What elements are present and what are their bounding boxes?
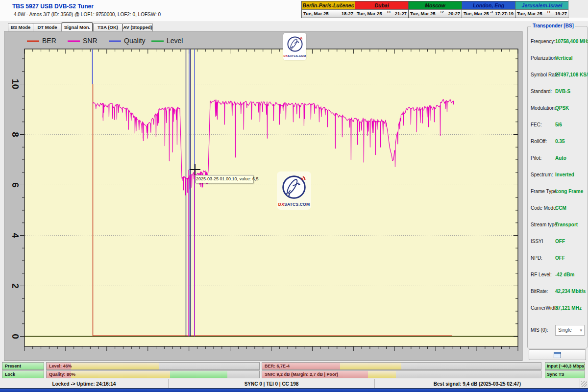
field-value: Auto bbox=[555, 155, 566, 161]
top-right-corner bbox=[568, 0, 588, 18]
field-label: Code Mode: bbox=[531, 205, 557, 211]
window-top-bar: TBS 5927 USB DVB-S2 Tuner 4.0W - Amos 3/… bbox=[0, 0, 588, 22]
chevron-down-icon: ▾ bbox=[580, 325, 582, 335]
field-standard-: Standard: DVB-S bbox=[528, 89, 587, 96]
bottom-taskbar-edge bbox=[0, 388, 588, 392]
tab-signal-mon-[interactable]: Signal Mon. bbox=[62, 23, 93, 32]
field-value: Inverted bbox=[555, 172, 574, 177]
y-tick-label: 8 bbox=[10, 132, 21, 137]
field-value: 5/6 bbox=[555, 122, 562, 127]
present-indicator: Present bbox=[2, 362, 44, 370]
y-tick-label: 4 bbox=[10, 233, 21, 238]
mis-dropdown[interactable]: Single ▾ bbox=[555, 325, 585, 336]
transponder-groupbox: Transponder [BS] Frequency: 10758,400 MH… bbox=[527, 26, 588, 348]
clock-berlin-paris-lu-enec: Berlin-Paris-Lučenec Tue, Mar 2518:27 bbox=[302, 1, 355, 18]
legend-level: Level bbox=[167, 37, 183, 45]
dxsatcs-watermark-top: DXSATCS.COM bbox=[283, 33, 306, 60]
clock-time: Tue, Mar 25+220:27 bbox=[409, 9, 462, 18]
clock-time: Tue, Mar 25+321:27 bbox=[355, 9, 408, 18]
satellite-dish-logo-icon bbox=[281, 174, 307, 202]
snr-label: SNR: 9,2 dB (Margin: 2,7 dB | Poor) bbox=[265, 371, 338, 378]
field-symbol-rate-: Symbol Rate: 27497,108 KS/s bbox=[528, 72, 587, 79]
legend-ber: BER bbox=[42, 37, 56, 45]
field-value: 42,234 Mbit/s bbox=[555, 289, 586, 294]
export-button[interactable] bbox=[529, 349, 586, 360]
level-label: Level: 46% bbox=[49, 363, 72, 369]
ber-label: BER: 6,7E-4 bbox=[265, 363, 290, 369]
field-label: Spectrum: bbox=[531, 172, 553, 177]
field-carrierwidth-: CarrierWidth: 37,121 MHz bbox=[528, 305, 587, 312]
satellite-dish-icon bbox=[287, 36, 303, 52]
field-issyi: ISSYI OFF bbox=[528, 239, 587, 245]
signal-monitor-chart[interactable]: BERSNRQualityLevel0246810 bbox=[4, 31, 523, 361]
tab-av-stopped-[interactable]: AV (Stopped) bbox=[122, 23, 153, 32]
mis-row: MIS (0): Single ▾ bbox=[528, 325, 587, 336]
sync-ts-label: Sync TS bbox=[547, 371, 564, 378]
clock-london-eng: London, Eng Tue, Mar 25-117:27:19 bbox=[462, 1, 515, 18]
ber-gauge: BER: 6,7E-4 bbox=[262, 362, 541, 370]
dxsatcs-watermark-center: DXSATCS.COM bbox=[277, 172, 311, 210]
quality-gauge: Quality: 80% bbox=[46, 370, 260, 378]
save-table-icon bbox=[554, 352, 561, 358]
lock-label: Lock bbox=[5, 371, 15, 378]
clock-moscow: Moscow Tue, Mar 25+220:27 bbox=[409, 1, 462, 18]
field-value: Long Frame bbox=[555, 189, 583, 194]
world-clocks-panel: Berlin-Paris-Lučenec Tue, Mar 2518:27Dub… bbox=[301, 1, 569, 18]
field-value: 0.35 bbox=[555, 139, 564, 144]
field-pilot-: Pilot: Auto bbox=[528, 155, 587, 162]
input-indicator: Input (~40,3 Mbps) bbox=[545, 362, 585, 370]
best-signal-status: Best signal: 9,4 dB (2025-03-25 02:47) bbox=[375, 379, 580, 389]
field-rf-level-: RF Level: -42 dBm bbox=[528, 272, 587, 279]
uptime-status: Locked -> Uptime: 24:16:14 bbox=[0, 379, 169, 389]
legend-quality: Quality bbox=[124, 37, 146, 45]
field-value: 37,121 MHz bbox=[555, 305, 582, 311]
clock-city: Jerusalem-Israel bbox=[515, 1, 568, 9]
satellite-dish-icon bbox=[281, 174, 307, 200]
y-tick-label: 2 bbox=[10, 283, 21, 289]
field-polarization-: Polarization: Vertical bbox=[528, 55, 587, 62]
present-label: Present bbox=[5, 363, 21, 369]
field-value: Transport bbox=[555, 222, 578, 227]
field-rolloff-: RollOff: 0.35 bbox=[528, 139, 587, 146]
clock-city: Moscow bbox=[409, 1, 462, 9]
sync-tei-cc-status: SYNC 0 | TEI 0 | CC 198 bbox=[169, 379, 375, 389]
resize-grip[interactable] bbox=[581, 381, 587, 387]
lock-indicator: Lock bbox=[2, 370, 44, 378]
field-label: Pilot: bbox=[531, 155, 541, 161]
legend-snr: SNR bbox=[83, 37, 98, 45]
clock-city: Berlin-Paris-Lučenec bbox=[302, 1, 355, 9]
tab-bs-mode[interactable]: BS Mode bbox=[8, 23, 33, 32]
app-title: TBS 5927 USB DVB-S2 Tuner bbox=[12, 3, 94, 10]
satellite-dish-logo-icon bbox=[287, 36, 303, 54]
field-value: 27497,108 KS/s bbox=[555, 72, 588, 77]
quality-label: Quality: 80% bbox=[49, 371, 75, 378]
field-stream-type-: Stream type: Transport bbox=[528, 222, 587, 229]
tab-dt-mode[interactable]: DT Mode bbox=[33, 23, 62, 32]
field-value: CCM bbox=[555, 205, 566, 211]
field-value: 10758,400 MHz bbox=[555, 39, 588, 44]
y-tick-label: 6 bbox=[10, 182, 21, 188]
status-bar: Locked -> Uptime: 24:16:14 SYNC 0 | TEI … bbox=[0, 379, 588, 389]
field-modulation-: Modulation: QPSK bbox=[528, 105, 587, 112]
tab-tsa-ok-[interactable]: TSA (OK) bbox=[93, 23, 122, 32]
field-frequency-: Frequency: 10758,400 MHz bbox=[528, 39, 587, 46]
field-label: Frame Type: bbox=[531, 189, 558, 194]
field-value: -42 dBm bbox=[555, 272, 574, 277]
tab-bar: BS ModeDT ModeSignal Mon.TSA (OK)AV (Sto… bbox=[0, 22, 588, 31]
field-label: Polarization: bbox=[531, 55, 558, 61]
field-label: NPD: bbox=[531, 255, 542, 261]
field-frame-type-: Frame Type: Long Frame bbox=[528, 189, 587, 196]
input-label: Input (~40,3 Mbps) bbox=[547, 363, 585, 369]
groupbox-title: Transponder [BS] bbox=[531, 23, 575, 28]
tuner-subtitle: 4.0W - Amos 3/7 (ID: 3560) @ LOF1: 97500… bbox=[14, 12, 161, 17]
field-value: OFF bbox=[555, 255, 565, 261]
mis-label: MIS (0): bbox=[531, 327, 548, 333]
chart-tooltip: 2025-03-25 01.00.10, value: 6,5 bbox=[196, 175, 253, 183]
snr-gauge: SNR: 9,2 dB (Margin: 2,7 dB | Poor) bbox=[262, 370, 541, 378]
field-fec-: FEC: 5/6 bbox=[528, 122, 587, 129]
field-label: Modulation: bbox=[531, 105, 556, 111]
field-label: FEC: bbox=[531, 122, 542, 127]
field-value: QPSK bbox=[555, 105, 569, 111]
field-value: DVB-S bbox=[555, 89, 570, 94]
clock-dubai: Dubai Tue, Mar 25+321:27 bbox=[355, 1, 409, 18]
